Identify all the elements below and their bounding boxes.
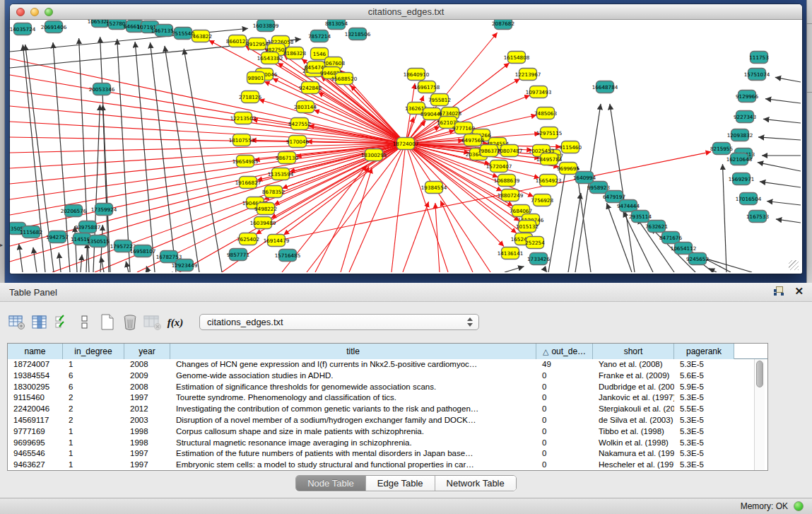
table-vertical-scrollbar[interactable] [754, 359, 765, 470]
tab-network-table[interactable]: Network Table [435, 476, 516, 491]
column-header-in_degree[interactable]: in_degree [63, 344, 124, 359]
graph-node[interactable]: 2718126 [239, 91, 261, 103]
column-header-name[interactable]: name [8, 344, 63, 359]
table-cell[interactable]: Structural magnetic resonance image aver… [170, 438, 536, 449]
table-cell[interactable]: 2 [63, 415, 124, 426]
graph-node[interactable]: 7986372 [478, 145, 500, 157]
table-cell[interactable]: 5.9E-5 [674, 382, 734, 393]
table-cell[interactable]: Jankovic et al. (1997) [593, 392, 674, 404]
table-cell[interactable]: Embryonic stem cells: a model to study s… [170, 460, 536, 471]
graph-node[interactable]: 9857771 [227, 249, 249, 261]
table-row[interactable]: 977716911998Corpus callosum shape and si… [8, 426, 767, 438]
window-resize-grip[interactable] [789, 260, 799, 270]
graph-node[interactable]: 9867130 [276, 152, 298, 164]
table-cell[interactable]: 18300295 [8, 382, 63, 393]
table-settings-icon[interactable] [6, 312, 28, 333]
graph-node[interactable]: 17359924 [91, 204, 117, 216]
graph-node[interactable]: 8678352 [262, 186, 285, 198]
table-cell[interactable]: 0 [536, 382, 593, 393]
graph-node[interactable]: 9245652 [686, 253, 709, 265]
graph-node[interactable]: 2803144 [294, 101, 317, 113]
table-cell[interactable]: 1 [63, 448, 124, 460]
graph-node[interactable]: 1115682 [20, 226, 42, 238]
graph-node[interactable]: 9242848 [299, 82, 322, 94]
graph-node[interactable]: 8186328 [283, 47, 306, 59]
table-cell[interactable]: 9463627 [8, 460, 63, 471]
table-cell[interactable]: 0 [536, 415, 593, 426]
table-cell[interactable]: 1998 [124, 426, 170, 438]
graph-node[interactable]: 18640910 [404, 69, 430, 81]
table-row[interactable]: 911546021997Tourette syndrome. Phenomeno… [8, 392, 767, 404]
table-cell[interactable]: Genome-wide association studies in ADHD. [170, 370, 536, 382]
table-cell[interactable]: 5.3E-5 [674, 460, 734, 471]
table-cell[interactable]: 5.5E-5 [674, 404, 734, 415]
table-cell[interactable]: Tourette syndrome. Phenomenology and cla… [170, 392, 536, 404]
graph-node[interactable]: 7857214 [308, 30, 331, 42]
table-cell[interactable]: 9115460 [8, 392, 63, 404]
table-cell[interactable]: 22420046 [8, 404, 63, 415]
float-panel-icon[interactable] [774, 286, 784, 296]
tab-node-table[interactable]: Node Table [296, 476, 366, 491]
graph-node[interactable]: 12213967 [515, 69, 541, 81]
table-cell[interactable]: 1 [63, 438, 124, 449]
column-header-pagerank[interactable]: pagerank [674, 344, 734, 359]
graph-node[interactable]: 16039489 [250, 217, 276, 229]
graph-node[interactable]: 16961758 [414, 81, 440, 93]
memory-status-led[interactable] [794, 501, 804, 511]
table-cell[interactable]: 5.3E-5 [674, 438, 734, 449]
graph-node[interactable]: 7955812 [428, 94, 451, 106]
table-selector-dropdown[interactable]: citations_edges.txt [199, 314, 479, 330]
table-cell[interactable]: Changes of HCN gene expression and I(f) … [170, 359, 536, 370]
table-cell[interactable]: 2 [63, 392, 124, 404]
graph-node[interactable]: 7756928 [531, 194, 553, 206]
table-cell[interactable]: 2009 [124, 370, 170, 382]
graph-node[interactable]: 10688639 [494, 175, 520, 187]
table-cell[interactable]: Hescheler et al. (1997) [593, 460, 674, 471]
function-builder-icon[interactable]: f(x) [164, 312, 187, 333]
control-panel-collapsed-edge[interactable]: ▸ [0, 0, 5, 283]
graph-node[interactable]: 16033809 [253, 20, 279, 32]
table-row[interactable]: 1938455462009Genome-wide association stu… [8, 370, 767, 382]
table-cell[interactable]: 49 [536, 359, 593, 370]
graph-node[interactable]: 16648784 [592, 81, 618, 93]
graph-node[interactable]: 13218506 [345, 28, 371, 40]
graph-node[interactable]: 12093832 [727, 129, 753, 141]
table-cell[interactable]: 5.3E-5 [674, 392, 734, 404]
scrollbar-thumb[interactable] [756, 361, 763, 387]
show-columns-icon[interactable] [28, 312, 51, 333]
graph-node[interactable]: 12975115 [536, 127, 563, 139]
graph-node[interactable]: 9115460 [559, 141, 582, 153]
graph-node[interactable]: 2087682 [492, 20, 514, 30]
column-header-short[interactable]: short [593, 344, 674, 359]
table-cell[interactable]: Estimation of the future numbers of pati… [170, 448, 536, 460]
graph-node[interactable]: 16154808 [504, 52, 530, 64]
table-cell[interactable]: 1997 [124, 460, 170, 471]
table-cell[interactable]: 14569117 [8, 415, 63, 426]
table-cell[interactable]: 6 [63, 370, 124, 382]
select-all-columns-icon[interactable] [51, 312, 73, 333]
table-cell[interactable]: 0 [536, 448, 593, 460]
table-cell[interactable]: Estimation of significance thresholds fo… [170, 382, 536, 393]
table-cell[interactable]: 9465546 [8, 448, 63, 460]
expand-panel-arrow-icon[interactable]: ▸ [0, 242, 3, 248]
table-cell[interactable]: 0 [536, 438, 593, 449]
delete-table-icon[interactable] [119, 312, 141, 333]
table-cell[interactable]: 1997 [124, 448, 170, 460]
graph-node[interactable]: 19654985 [233, 156, 259, 168]
graph-node[interactable]: 20206576 [61, 205, 87, 217]
graph-node[interactable]: 15716485 [275, 250, 301, 262]
table-cell[interactable]: 5.3E-5 [674, 359, 734, 370]
table-cell[interactable]: 1 [63, 426, 124, 438]
graph-node[interactable]: 7632621 [645, 221, 668, 233]
table-cell[interactable]: Stergiakouli et al. (2012) [593, 404, 674, 415]
table-cell[interactable]: 2012 [124, 404, 170, 415]
table-cell[interactable]: Wolkin et al. (1998) [593, 438, 674, 449]
graph-node[interactable]: 20691406 [41, 21, 67, 33]
graph-node[interactable]: 15751074 [744, 69, 770, 81]
table-cell[interactable]: 1 [63, 359, 124, 370]
graph-node[interactable]: 8813054 [325, 20, 348, 30]
table-cell[interactable]: 1998 [124, 438, 170, 449]
graph-node[interactable]: 111753 [749, 52, 768, 64]
graph-node[interactable]: 7485063 [534, 107, 557, 119]
table-cell[interactable]: 0 [536, 426, 593, 438]
